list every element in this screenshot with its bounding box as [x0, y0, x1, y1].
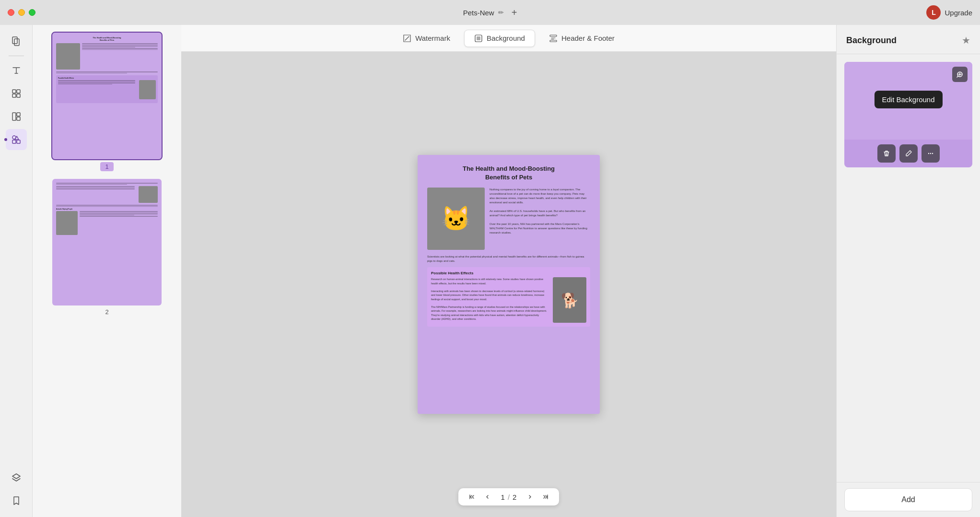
- main-layout: The Health and Mood-BoostingBenefits of …: [0, 25, 980, 517]
- thumb-line: [58, 82, 135, 83]
- svg-rect-8: [17, 117, 20, 120]
- tab-header-footer[interactable]: Header & Footer: [539, 30, 625, 47]
- total-pages: 2: [513, 493, 516, 501]
- thumb-line: [82, 47, 135, 48]
- tab-watermark[interactable]: Watermark: [393, 30, 460, 47]
- add-button[interactable]: Add: [844, 488, 972, 511]
- thumb-line: [56, 73, 127, 74]
- upgrade-button[interactable]: L Upgrade: [926, 5, 972, 20]
- doc-text-block: Nothing compares to the joy of coming ho…: [490, 188, 590, 250]
- right-panel-header: Background ★: [837, 25, 980, 54]
- tab-background-label: Background: [487, 34, 525, 42]
- page-controls: 1 / 2: [458, 488, 559, 505]
- svg-rect-14: [550, 35, 557, 36]
- tab-background[interactable]: Background: [464, 30, 535, 47]
- thumb-line: [82, 49, 158, 50]
- background-icon: [474, 34, 483, 43]
- edit-background-tooltip: Edit Background: [874, 91, 942, 108]
- header-footer-icon: [549, 34, 558, 43]
- thumb-line: [56, 71, 158, 72]
- thumbnail-item-1[interactable]: The Health and Mood-BoostingBenefits of …: [40, 33, 174, 171]
- last-page-button[interactable]: [540, 491, 551, 503]
- next-page-button[interactable]: [525, 491, 536, 503]
- document-title: Pets-New: [463, 9, 494, 17]
- page-label-2: 2: [105, 308, 108, 316]
- thumb-line: [80, 216, 158, 217]
- doc-section-1: Nothing compares to the joy of coming ho…: [427, 188, 590, 250]
- background-preview-card[interactable]: Edit Background: [844, 62, 972, 167]
- thumb-line: [58, 80, 135, 81]
- svg-rect-11: [12, 140, 16, 143]
- doc-section-2: Possible Health Effects Research on huma…: [427, 267, 590, 327]
- sidebar-item-text[interactable]: [6, 60, 27, 81]
- edit-title-icon[interactable]: ✏: [498, 9, 504, 16]
- svg-rect-0: [12, 37, 17, 44]
- bg-preview-inner: Edit Background: [844, 62, 972, 140]
- thumb-line: [80, 213, 158, 214]
- titlebar: Pets-New ✏ + L Upgrade: [0, 0, 980, 25]
- page-separator: /: [508, 493, 510, 501]
- svg-point-18: [930, 153, 931, 154]
- svg-rect-15: [550, 40, 557, 42]
- bg-delete-button[interactable]: [877, 144, 896, 163]
- thumb-line: [82, 48, 158, 49]
- upgrade-label: Upgrade: [945, 9, 972, 17]
- canvas-area: The Health and Mood-BoostingBenefits of …: [181, 52, 836, 517]
- thumb-line: [56, 183, 158, 184]
- thumb-line: [56, 186, 135, 187]
- svg-rect-6: [12, 113, 16, 120]
- svg-rect-4: [12, 94, 16, 97]
- current-page: 1: [501, 493, 505, 501]
- bg-more-button[interactable]: [922, 144, 940, 163]
- watermark-icon: [403, 34, 411, 43]
- prev-page-button[interactable]: [481, 491, 493, 503]
- thumb-2-img-2: [56, 211, 78, 235]
- thumb-line: [82, 43, 158, 44]
- maximize-button[interactable]: [29, 9, 35, 16]
- center-area: Watermark Background: [181, 25, 836, 517]
- doc-section-2-content: Research on human-animal interactions is…: [431, 277, 586, 323]
- minimize-button[interactable]: [18, 9, 25, 16]
- page-badge-1: 1: [100, 162, 113, 171]
- thumb-1-title: The Health and Mood-BoostingBenefits of …: [56, 36, 158, 41]
- favorite-star-icon[interactable]: ★: [962, 35, 970, 46]
- svg-rect-1: [14, 39, 19, 46]
- toolbar: Watermark Background: [181, 25, 836, 52]
- bg-overlay-icon[interactable]: [952, 67, 968, 82]
- page-number-display: 1 / 2: [497, 493, 521, 501]
- sidebar-item-elements[interactable]: [6, 129, 27, 150]
- thumbnail-page-2[interactable]: Animals Helping People: [52, 179, 162, 306]
- add-tab-button[interactable]: +: [512, 7, 517, 18]
- sidebar-divider-1: [9, 56, 24, 56]
- doc-separator-text: Scientists are looking at what the poten…: [427, 255, 590, 263]
- right-panel-title: Background: [846, 35, 897, 46]
- sidebar-item-pages[interactable]: [6, 31, 27, 52]
- thumbnail-item-2[interactable]: Animals Helping People 2: [40, 179, 174, 316]
- right-panel-content: Edit Background: [837, 54, 980, 482]
- thumb-1-cat-img: [56, 43, 80, 70]
- thumb-line: [80, 212, 158, 213]
- close-button[interactable]: [8, 9, 14, 16]
- doc-section-2-text: Research on human-animal interactions is…: [431, 277, 549, 323]
- bg-edit-button[interactable]: [899, 144, 918, 163]
- sidebar-item-bookmark[interactable]: [6, 490, 27, 511]
- sidebar-bottom: [6, 467, 27, 511]
- svg-point-19: [932, 153, 933, 154]
- thumb-line: [56, 206, 158, 207]
- sidebar-item-template[interactable]: [6, 83, 27, 104]
- thumb-2-subtitle: Animals Helping People: [56, 208, 158, 210]
- thumb-1-section2-title: Possible Health Effects: [58, 77, 156, 79]
- svg-rect-3: [17, 90, 20, 93]
- right-panel-footer: Add: [837, 482, 980, 517]
- first-page-button[interactable]: [466, 491, 478, 503]
- svg-point-17: [928, 153, 929, 154]
- sidebar-item-layers[interactable]: [6, 467, 27, 488]
- thumb-line: [82, 45, 158, 46]
- sidebar-item-layout[interactable]: [6, 106, 27, 127]
- svg-marker-20: [976, 457, 980, 482]
- doc-dog-image: [553, 277, 586, 323]
- thumbnail-page-1[interactable]: The Health and Mood-BoostingBenefits of …: [52, 33, 162, 159]
- right-panel: Background ★ Edit Background: [836, 25, 980, 517]
- thumb-line: [80, 211, 158, 212]
- thumb-line: [56, 205, 158, 206]
